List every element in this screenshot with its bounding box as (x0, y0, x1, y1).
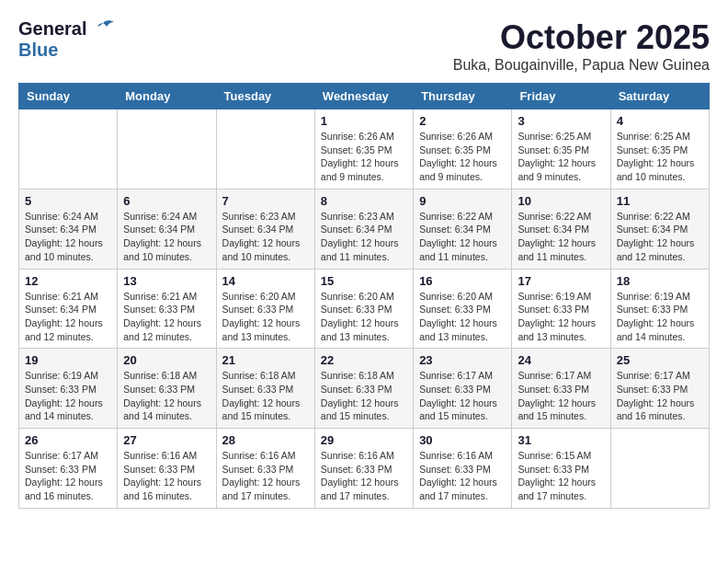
day-info: Sunrise: 6:24 AM Sunset: 6:34 PM Dayligh… (123, 210, 210, 264)
calendar-cell: 13Sunrise: 6:21 AM Sunset: 6:33 PM Dayli… (118, 269, 216, 349)
calendar-cell: 21Sunrise: 6:18 AM Sunset: 6:33 PM Dayli… (216, 349, 314, 429)
calendar-cell: 19Sunrise: 6:19 AM Sunset: 6:33 PM Dayli… (19, 349, 118, 429)
day-number: 31 (518, 433, 604, 447)
day-number: 17 (518, 274, 604, 288)
day-number: 24 (518, 353, 604, 367)
day-number: 1 (321, 114, 407, 128)
day-number: 9 (419, 194, 506, 208)
day-number: 22 (321, 353, 407, 367)
day-number: 4 (617, 114, 703, 128)
logo: General Blue (18, 18, 116, 61)
day-number: 27 (123, 433, 210, 447)
calendar-cell: 24Sunrise: 6:17 AM Sunset: 6:33 PM Dayli… (512, 349, 610, 429)
day-number: 15 (321, 274, 407, 288)
day-number: 16 (419, 274, 506, 288)
day-info: Sunrise: 6:17 AM Sunset: 6:33 PM Dayligh… (419, 369, 506, 423)
day-info: Sunrise: 6:17 AM Sunset: 6:33 PM Dayligh… (617, 369, 703, 423)
day-info: Sunrise: 6:22 AM Sunset: 6:34 PM Dayligh… (518, 210, 604, 264)
day-number: 25 (617, 353, 703, 367)
day-info: Sunrise: 6:18 AM Sunset: 6:33 PM Dayligh… (222, 369, 309, 423)
day-number: 7 (222, 194, 309, 208)
calendar-week-1: 1Sunrise: 6:26 AM Sunset: 6:35 PM Daylig… (19, 109, 710, 190)
calendar-cell: 31Sunrise: 6:15 AM Sunset: 6:33 PM Dayli… (512, 429, 610, 509)
day-number: 28 (222, 433, 309, 447)
day-info: Sunrise: 6:23 AM Sunset: 6:34 PM Dayligh… (222, 210, 309, 264)
day-info: Sunrise: 6:17 AM Sunset: 6:33 PM Dayligh… (25, 449, 111, 503)
day-info: Sunrise: 6:23 AM Sunset: 6:34 PM Dayligh… (321, 210, 407, 264)
calendar-week-3: 12Sunrise: 6:21 AM Sunset: 6:34 PM Dayli… (19, 269, 710, 349)
day-info: Sunrise: 6:20 AM Sunset: 6:33 PM Dayligh… (419, 290, 506, 344)
day-number: 3 (518, 114, 604, 128)
calendar-cell: 17Sunrise: 6:19 AM Sunset: 6:33 PM Dayli… (512, 269, 610, 349)
day-number: 29 (321, 433, 407, 447)
day-number: 19 (25, 353, 111, 367)
day-number: 20 (123, 353, 210, 367)
calendar-week-4: 19Sunrise: 6:19 AM Sunset: 6:33 PM Dayli… (19, 349, 710, 429)
calendar-cell: 14Sunrise: 6:20 AM Sunset: 6:33 PM Dayli… (216, 269, 314, 349)
calendar-cell: 28Sunrise: 6:16 AM Sunset: 6:33 PM Dayli… (216, 429, 314, 509)
calendar-cell: 27Sunrise: 6:16 AM Sunset: 6:33 PM Dayli… (118, 429, 216, 509)
calendar-cell (216, 109, 314, 190)
day-number: 13 (123, 274, 210, 288)
calendar-cell: 29Sunrise: 6:16 AM Sunset: 6:33 PM Dayli… (314, 429, 413, 509)
day-info: Sunrise: 6:18 AM Sunset: 6:33 PM Dayligh… (321, 369, 407, 423)
day-info: Sunrise: 6:19 AM Sunset: 6:33 PM Dayligh… (25, 369, 111, 423)
logo-blue-text: Blue (18, 40, 58, 61)
day-number: 21 (222, 353, 309, 367)
calendar-cell: 8Sunrise: 6:23 AM Sunset: 6:34 PM Daylig… (314, 189, 413, 269)
calendar-cell: 9Sunrise: 6:22 AM Sunset: 6:34 PM Daylig… (414, 189, 512, 269)
day-number: 30 (419, 433, 506, 447)
calendar-cell: 30Sunrise: 6:16 AM Sunset: 6:33 PM Dayli… (414, 429, 512, 509)
calendar-header-monday: Monday (118, 84, 216, 109)
day-info: Sunrise: 6:18 AM Sunset: 6:33 PM Dayligh… (123, 369, 210, 423)
calendar-header-wednesday: Wednesday (314, 84, 413, 109)
logo-general-text: General (18, 18, 86, 40)
calendar-header-row: SundayMondayTuesdayWednesdayThursdayFrid… (19, 84, 710, 109)
day-number: 5 (25, 194, 111, 208)
location-text: Buka, Bougainville, Papua New Guinea (453, 57, 710, 74)
title-area: October 2025 Buka, Bougainville, Papua N… (453, 18, 710, 74)
day-info: Sunrise: 6:16 AM Sunset: 6:33 PM Dayligh… (419, 449, 506, 503)
page-header: General Blue October 2025 Buka, Bougainv… (18, 18, 710, 74)
day-number: 18 (617, 274, 703, 288)
calendar-cell: 26Sunrise: 6:17 AM Sunset: 6:33 PM Dayli… (19, 429, 118, 509)
calendar-cell (610, 429, 709, 509)
logo-bird-icon (90, 19, 116, 40)
day-info: Sunrise: 6:19 AM Sunset: 6:33 PM Dayligh… (518, 290, 604, 344)
day-info: Sunrise: 6:15 AM Sunset: 6:33 PM Dayligh… (518, 449, 604, 503)
day-info: Sunrise: 6:20 AM Sunset: 6:33 PM Dayligh… (321, 290, 407, 344)
day-info: Sunrise: 6:22 AM Sunset: 6:34 PM Dayligh… (419, 210, 506, 264)
calendar-cell: 5Sunrise: 6:24 AM Sunset: 6:34 PM Daylig… (19, 189, 118, 269)
day-number: 10 (518, 194, 604, 208)
day-number: 2 (419, 114, 506, 128)
calendar-cell: 6Sunrise: 6:24 AM Sunset: 6:34 PM Daylig… (118, 189, 216, 269)
day-number: 23 (419, 353, 506, 367)
calendar-cell: 15Sunrise: 6:20 AM Sunset: 6:33 PM Dayli… (314, 269, 413, 349)
calendar-cell: 12Sunrise: 6:21 AM Sunset: 6:34 PM Dayli… (19, 269, 118, 349)
month-title: October 2025 (453, 18, 710, 57)
day-info: Sunrise: 6:22 AM Sunset: 6:34 PM Dayligh… (617, 210, 703, 264)
day-number: 11 (617, 194, 703, 208)
calendar-header-tuesday: Tuesday (216, 84, 314, 109)
day-info: Sunrise: 6:16 AM Sunset: 6:33 PM Dayligh… (123, 449, 210, 503)
calendar-cell: 23Sunrise: 6:17 AM Sunset: 6:33 PM Dayli… (414, 349, 512, 429)
calendar-cell: 1Sunrise: 6:26 AM Sunset: 6:35 PM Daylig… (314, 109, 413, 190)
day-info: Sunrise: 6:16 AM Sunset: 6:33 PM Dayligh… (222, 449, 309, 503)
day-info: Sunrise: 6:17 AM Sunset: 6:33 PM Dayligh… (518, 369, 604, 423)
calendar-cell (118, 109, 216, 190)
calendar-header-thursday: Thursday (414, 84, 512, 109)
calendar-cell: 22Sunrise: 6:18 AM Sunset: 6:33 PM Dayli… (314, 349, 413, 429)
calendar-header-saturday: Saturday (610, 84, 709, 109)
calendar-cell: 25Sunrise: 6:17 AM Sunset: 6:33 PM Dayli… (610, 349, 709, 429)
day-number: 12 (25, 274, 111, 288)
calendar-cell: 2Sunrise: 6:26 AM Sunset: 6:35 PM Daylig… (414, 109, 512, 190)
calendar-cell (19, 109, 118, 190)
day-number: 26 (25, 433, 111, 447)
calendar-cell: 11Sunrise: 6:22 AM Sunset: 6:34 PM Dayli… (610, 189, 709, 269)
calendar-cell: 4Sunrise: 6:25 AM Sunset: 6:35 PM Daylig… (610, 109, 709, 190)
day-info: Sunrise: 6:26 AM Sunset: 6:35 PM Dayligh… (419, 130, 506, 184)
calendar-table: SundayMondayTuesdayWednesdayThursdayFrid… (18, 83, 710, 509)
calendar-cell: 20Sunrise: 6:18 AM Sunset: 6:33 PM Dayli… (118, 349, 216, 429)
day-info: Sunrise: 6:21 AM Sunset: 6:33 PM Dayligh… (123, 290, 210, 344)
calendar-cell: 16Sunrise: 6:20 AM Sunset: 6:33 PM Dayli… (414, 269, 512, 349)
